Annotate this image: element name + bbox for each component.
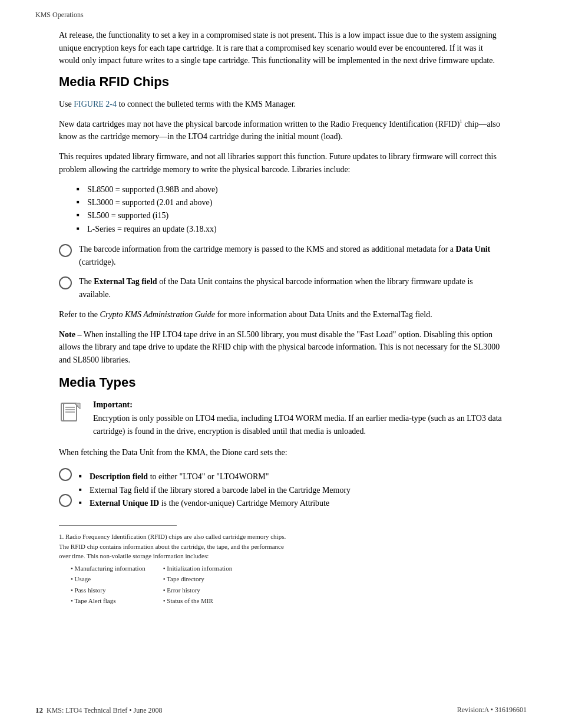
footnote-col-2: Initialization information Tape director…: [163, 564, 233, 606]
footnote-col-1: Manufacturing information Usage Pass his…: [71, 564, 146, 606]
circle-icon-4: [59, 494, 72, 507]
bold-external-tag: External Tag field: [94, 277, 157, 286]
page: KMS Operations At release, the functiona…: [0, 0, 562, 728]
bold-data-unit: Data Unit: [456, 245, 491, 253]
section1-bullets: SL8500 = supported (3.98B and above) SL3…: [77, 183, 503, 236]
footnote-line2: The RFID chip contains information about…: [59, 543, 284, 550]
footnote-cols: Manufacturing information Usage Pass his…: [71, 564, 503, 606]
section1-ref-para: Refer to the Crypto KMS Administration G…: [59, 308, 503, 321]
circle-icon-3: [59, 468, 72, 481]
footer-left-text: KMS: LTO4 Technical Brief • June 2008: [47, 706, 162, 715]
main-content: At release, the functionality to set a k…: [0, 29, 562, 606]
fn-item: Usage: [71, 574, 146, 584]
footer-right-text: Revision:A • 316196601: [457, 706, 527, 714]
fn-item: Tape Alert flags: [71, 596, 146, 606]
important-block: Important: Encryption is only possible o…: [59, 398, 503, 438]
media-types-circle-group: Description field to either "LTO4" or "L…: [59, 466, 503, 515]
footnote-divider: [59, 525, 177, 526]
fn-item: Error history: [163, 585, 233, 595]
circle-note-2: The External Tag field of the Data Unit …: [59, 275, 503, 301]
fn-item: Pass history: [71, 585, 146, 595]
footnote-line3: over time. This non-volatile storage inf…: [59, 552, 209, 559]
circle-icons-group: [59, 467, 72, 507]
bullet-item: SL8500 = supported (3.98B and above): [77, 183, 503, 196]
footer-page-number: 12: [35, 706, 43, 715]
footer-right: Revision:A • 316196601: [457, 706, 527, 715]
header-bar: KMS Operations: [0, 0, 562, 23]
fn-item: Manufacturing information: [71, 564, 146, 574]
bullet-item: Description field to either "LTO4" or "L…: [79, 470, 351, 483]
bullet-item: L-Series = requires an update (3.18.xx): [77, 223, 503, 236]
bullet-item: External Tag field if the library stored…: [79, 484, 351, 497]
header-label: KMS Operations: [35, 11, 84, 19]
figure-link[interactable]: FIGURE 2-4: [74, 100, 117, 108]
bullet-item: SL3000 = supported (2.01 and above): [77, 196, 503, 209]
important-icon: [59, 398, 85, 424]
footer-left: 12 KMS: LTO4 Technical Brief • June 2008: [35, 706, 162, 715]
section1-para3: This requires updated library firmware, …: [59, 150, 503, 176]
footnote-number: 1. Radio Frequency Identification (RFID)…: [59, 533, 286, 540]
circle-note-1-text: The barcode information from the cartrid…: [79, 243, 503, 268]
section2-bullets: Description field to either "LTO4" or "L…: [79, 470, 351, 510]
circle-icon-2: [59, 276, 72, 289]
fn-item: Tape directory: [163, 574, 233, 584]
circle-note-1: The barcode information from the cartrid…: [59, 243, 503, 268]
circle-icon-1: [59, 244, 72, 257]
section2-heading: Media Types: [59, 375, 503, 390]
ref-italic: Crypto KMS Administration Guide: [100, 310, 215, 319]
fn-item: Status of the MIR: [163, 596, 233, 606]
section1-para2: New data cartridges may not have the phy…: [59, 118, 503, 143]
important-body: Encryption is only possible on LTO4 medi…: [93, 414, 502, 436]
circle-note-2-text: The External Tag field of the Data Unit …: [79, 275, 503, 301]
important-svg: [59, 398, 85, 424]
footnote: 1. Radio Frequency Identification (RFID)…: [59, 532, 503, 606]
section1-heading: Media RFID Chips: [59, 74, 503, 90]
intro-paragraph: At release, the functionality to set a k…: [59, 29, 503, 67]
important-text: Important: Encryption is only possible o…: [93, 398, 503, 438]
section1-note: Note – When installing the HP LTO4 tape …: [59, 328, 503, 367]
section2-para1: When fetching the Data Unit from the KMA…: [59, 446, 503, 459]
bullet-item: SL500 = supported (i15): [77, 209, 503, 222]
section1-para1: Use FIGURE 2-4 to connect the bulleted t…: [59, 98, 503, 111]
bullet-item: External Unique ID is the (vendor-unique…: [79, 497, 351, 510]
important-label: Important:: [93, 398, 503, 411]
footer-bar: 12 KMS: LTO4 Technical Brief • June 2008…: [0, 706, 562, 715]
fn-item: Initialization information: [163, 564, 233, 574]
